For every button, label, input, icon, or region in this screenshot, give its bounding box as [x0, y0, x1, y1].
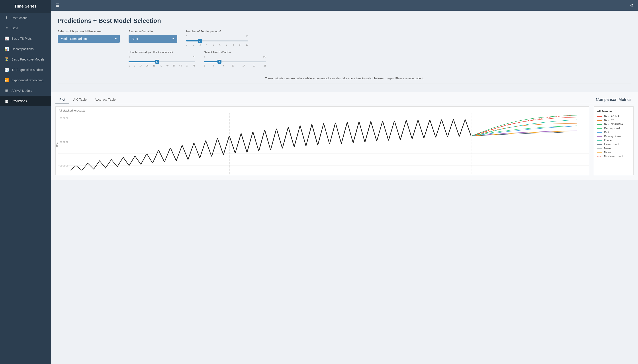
forecast-tick-labels: 1 9 17 25 33 41 49 57 65 73 75 — [128, 64, 195, 67]
legend-line-fourier — [597, 140, 602, 140]
trend-window-group: Select Trend Window 1 25 7 1 5 — [204, 50, 266, 67]
legend-label-nonlinear-trend: Nonlinear_trend — [604, 155, 623, 158]
fourier-value: 3 — [199, 40, 200, 42]
forecast-slider-track[interactable]: 33 — [128, 61, 195, 62]
legend-line-dummy-linear — [597, 136, 602, 136]
legend-item-best-es: Best_ES — [597, 119, 630, 122]
legend-item-linear-trend: Linear_trend — [597, 143, 630, 146]
sidebar-item-instructions[interactable]: ℹ Instructions — [0, 13, 51, 23]
legend-item-mean: Mean — [597, 147, 630, 150]
trend-min-label: 1 — [204, 56, 205, 58]
legend-group-title: All Forecast — [597, 110, 630, 113]
sidebar-label-instructions: Instructions — [12, 16, 28, 20]
sidebar-item-basic-ts-plots[interactable]: 📈 Basic TS Plots — [0, 33, 51, 44]
tabs-row: Plot AIC Table Accuracy Table Comparison… — [56, 96, 634, 104]
forecast-value: 33 — [156, 60, 158, 63]
select-which-group: Select which you would like to see Model… — [58, 30, 120, 43]
forecast-group: How far would you like to forecast? 1 75… — [128, 50, 195, 67]
chart-area: All stacked forecasts Beer 600 500 30 — [51, 104, 638, 180]
predictions-icon: ▦ — [4, 99, 9, 103]
legend-label-naive: Naive — [604, 151, 611, 154]
forecast-min-label: 1 — [128, 56, 130, 58]
legend-label-decomposed: Decomposed — [604, 127, 620, 130]
legend-panel: All Forecast Best_ARIMA Best_ES Best_NSA… — [594, 106, 634, 175]
bar-chart-icon: 📊 — [4, 47, 9, 51]
fourier-slider-container: 3 1 2 3 4 5 6 7 8 9 10 — [186, 39, 248, 46]
legend-item-nonlinear-trend: Nonlinear_trend — [597, 155, 630, 158]
legend-line-naive — [597, 152, 602, 152]
trend-max-label: 25 — [263, 56, 266, 58]
trend-slider-track[interactable]: 7 — [204, 61, 266, 62]
page-title: Predictions + Best Model Selection — [58, 17, 631, 24]
y-axis-label: Beer — [56, 113, 58, 175]
legend-line-best-nsarima — [597, 124, 602, 124]
legend-label-best-nsarima: Best_NSARIMA — [604, 123, 623, 126]
tab-accuracy-table[interactable]: Accuracy Table — [91, 96, 120, 104]
legend-line-linear-trend — [597, 144, 602, 144]
forecast-slider-fill — [128, 61, 157, 62]
legend-item-drift: Drift — [597, 131, 630, 134]
fourier-group: Number of Fourier periods? 1 10 3 1 2 — [186, 30, 248, 46]
sidebar-item-basic-predictive-models[interactable]: ⏳ Basic Predictive Models — [0, 54, 51, 64]
legend-label-mean: Mean — [604, 147, 611, 150]
notice-bar: These outputs can take quite a while to … — [58, 73, 631, 84]
svg-text:500: 500 — [60, 141, 68, 143]
gear-icon[interactable]: ⚙ — [630, 3, 634, 8]
controls-row-1: Select which you would like to see Model… — [58, 30, 631, 46]
trend-slider-container: 7 1 5 9 13 17 21 25 — [204, 60, 266, 67]
sidebar-item-ts-regression-models[interactable]: 📉 TS Regression Models — [0, 64, 51, 75]
legend-item-best-nsarima: Best_NSARIMA — [597, 123, 630, 126]
sidebar-item-predictions[interactable]: ▦ Predictions — [0, 96, 51, 106]
select-which-label: Select which you would like to see — [58, 30, 120, 33]
response-variable-group: Response Variable Beer Wine Spirits — [128, 30, 177, 43]
main-content: ☰ ⚙ Predictions + Best Model Selection S… — [51, 0, 638, 364]
forecast-max-label: 75 — [192, 56, 195, 58]
legend-label-fourier: Fourier — [604, 139, 612, 142]
legend-item-decomposed: Decomposed — [597, 127, 630, 130]
legend-item-fourier: Fourier — [597, 139, 630, 142]
sidebar: Time Series ℹ Instructions ≡ Data 📈 Basi… — [0, 0, 51, 364]
sidebar-label-ts-regression-models: TS Regression Models — [12, 68, 43, 72]
fourier-tick-labels: 1 2 3 4 5 6 7 8 9 10 — [186, 44, 248, 46]
legend-label-best-es: Best_ES — [604, 119, 614, 122]
legend-item-naive: Naive — [597, 151, 630, 154]
sidebar-item-data[interactable]: ≡ Data — [0, 23, 51, 33]
chart-svg: 600 500 300 — [58, 113, 589, 175]
response-variable-dropdown[interactable]: Beer Wine Spirits — [128, 35, 177, 43]
legend-line-drift — [597, 132, 602, 132]
sidebar-label-decompositions: Decompositions — [12, 47, 34, 51]
sidebar-label-data: Data — [12, 26, 18, 30]
legend-item-best-arima: Best_ARIMA — [597, 115, 630, 118]
sidebar-item-arima-models[interactable]: ▦ ARIMA Models — [0, 85, 51, 96]
tabs-left: Plot AIC Table Accuracy Table — [56, 96, 120, 104]
tab-aic-table[interactable]: AIC Table — [69, 96, 90, 104]
hamburger-icon[interactable]: ☰ — [56, 3, 60, 8]
arima-icon: ▦ — [4, 88, 9, 93]
sidebar-label-basic-predictive-models: Basic Predictive Models — [12, 58, 44, 61]
forecast-slider-thumb[interactable]: 33 — [155, 60, 159, 64]
tab-plot[interactable]: Plot — [56, 96, 69, 104]
trend-slider-thumb[interactable]: 7 — [218, 60, 222, 64]
chart-container: All stacked forecasts Beer 600 500 30 — [56, 106, 589, 175]
sidebar-item-exponential-smoothing[interactable]: 📶 Exponential Smoothing — [0, 75, 51, 85]
select-which-dropdown[interactable]: Model Comparison Single Model Best Model — [58, 35, 120, 43]
topbar: ☰ ⚙ — [51, 0, 638, 11]
regression-icon: 📉 — [4, 68, 9, 72]
hourglass-icon: ⏳ — [4, 57, 9, 62]
legend-item-dummy-linear: Dummy_linear — [597, 135, 630, 138]
fourier-slider-thumb[interactable]: 3 — [198, 39, 202, 43]
divider-2 — [58, 84, 631, 84]
fourier-min-label: 1 — [186, 35, 188, 38]
legend-line-best-es — [597, 120, 602, 120]
legend-line-best-arima — [597, 116, 602, 116]
fourier-slider-track[interactable]: 3 — [186, 40, 248, 42]
divider-1 — [58, 69, 631, 70]
page-content: Predictions + Best Model Selection Selec… — [51, 11, 638, 92]
notice-text: These outputs can take quite a while to … — [265, 77, 424, 80]
trend-tick-labels: 1 5 9 13 17 21 25 — [204, 64, 266, 67]
chart-line-icon: 📈 — [4, 36, 9, 40]
app-title: Time Series — [0, 0, 51, 13]
forecast-slider-container: 33 1 9 17 25 33 41 49 57 65 73 75 — [128, 60, 195, 67]
sidebar-item-decompositions[interactable]: 📊 Decompositions — [0, 44, 51, 54]
smoothing-icon: 📶 — [4, 78, 9, 82]
